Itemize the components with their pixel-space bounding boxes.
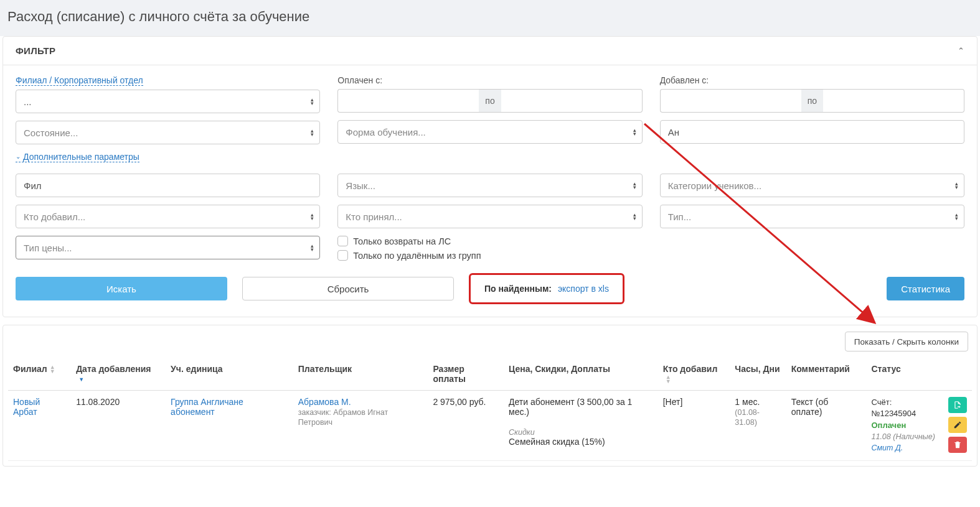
filter-panel-header: ФИЛЬТР ⌃: [3, 37, 977, 65]
discount-value: Семейная скидка (15%): [509, 437, 605, 447]
table-row: Новый Арбат 11.08.2020 Группа Англичане …: [8, 391, 972, 461]
price-main: Дети абонемент (3 500,00 за 1 мес.): [509, 397, 632, 417]
branch-label-link[interactable]: Филиал / Корпоративный отдел: [16, 75, 143, 86]
page-title: Расход (списание) с личного счёта за обу…: [7, 9, 973, 25]
language-select[interactable]: [337, 174, 642, 197]
th-status[interactable]: Статус: [866, 358, 943, 391]
cell-who-added: [Нет]: [658, 391, 730, 461]
file-export-icon: [953, 401, 962, 409]
statistics-button[interactable]: Статистика: [887, 277, 964, 300]
state-select[interactable]: [16, 121, 320, 144]
categories-select[interactable]: [660, 174, 964, 197]
th-who-added[interactable]: Кто добавил▲▼: [658, 358, 730, 391]
unit-link[interactable]: Группа Англичане абонемент: [171, 397, 243, 417]
export-row-button[interactable]: [948, 397, 967, 413]
reset-button[interactable]: Сбросить: [242, 277, 454, 300]
added-date-range: по: [660, 89, 964, 113]
th-comment[interactable]: Комментарий: [786, 358, 867, 391]
fil-input[interactable]: [16, 174, 320, 197]
th-hours[interactable]: Часы, Дни: [730, 358, 786, 391]
paid-from-label: Оплачен с:: [337, 75, 642, 85]
edu-form-select[interactable]: [337, 120, 642, 144]
branch-select[interactable]: [16, 90, 320, 113]
hours-main: 1 мес.: [735, 397, 760, 407]
delete-row-button[interactable]: [948, 437, 967, 453]
paid-from-input[interactable]: [337, 89, 479, 113]
payer-link[interactable]: Абрамова М.: [298, 397, 351, 407]
returns-checkbox-row[interactable]: Только возвраты на ЛС: [337, 236, 642, 246]
hours-sub: (01.08-31.08): [735, 408, 760, 427]
filter-heading: ФИЛЬТР: [16, 45, 55, 56]
who-added-select[interactable]: [16, 205, 320, 228]
results-table: Филиал▲▼ Дата добавления ▼ Уч. единица П…: [8, 358, 972, 461]
th-unit[interactable]: Уч. единица: [166, 358, 293, 391]
th-date-added[interactable]: Дата добавления ▼: [71, 358, 166, 391]
th-branch[interactable]: Филиал▲▼: [8, 358, 71, 391]
deleted-checkbox-row[interactable]: Только по удалённым из групп: [337, 250, 642, 261]
results-panel: Показать / Скрыть колонки Филиал▲▼ Дата …: [2, 325, 978, 467]
cell-amount: 2 975,00 руб.: [428, 391, 504, 461]
cell-comment: Текст (об оплате): [786, 391, 867, 461]
extra-params-toggle[interactable]: Дополнительные параметры: [16, 152, 139, 162]
date-separator: по: [479, 89, 501, 113]
export-label: По найденным:: [484, 284, 552, 294]
discount-label: Скидки: [509, 428, 535, 437]
export-highlight-box: По найденным: экспорт в xls: [469, 273, 624, 304]
status-person-link[interactable]: Смит Д.: [871, 444, 903, 452]
paid-to-input[interactable]: [501, 89, 643, 113]
who-accepted-select[interactable]: [337, 205, 642, 228]
search-an-input[interactable]: [660, 120, 964, 144]
added-from-label: Добавлен с:: [660, 75, 964, 85]
returns-checkbox[interactable]: [337, 236, 348, 246]
type-select[interactable]: [660, 205, 964, 228]
th-payer[interactable]: Плательщик: [293, 358, 428, 391]
edit-row-button[interactable]: [948, 417, 967, 433]
added-from-input[interactable]: [660, 89, 801, 113]
th-price[interactable]: Цена, Скидки, Доплаты: [504, 358, 658, 391]
added-to-input[interactable]: [823, 89, 964, 113]
filter-panel: ФИЛЬТР ⌃ Филиал / Корпоративный отдел До…: [2, 36, 978, 317]
status-paid: Оплачен: [871, 421, 906, 430]
collapse-icon[interactable]: ⌃: [958, 46, 964, 55]
page-header: Расход (списание) с личного счёта за обу…: [0, 0, 980, 36]
th-amount[interactable]: Размер оплаты: [428, 358, 504, 391]
trash-icon: [953, 440, 962, 449]
search-button[interactable]: Искать: [16, 277, 227, 300]
date-separator: по: [801, 89, 823, 113]
branch-link[interactable]: Новый Арбат: [13, 397, 40, 417]
export-xls-link[interactable]: экспорт в xls: [558, 284, 609, 294]
deleted-checkbox[interactable]: [337, 250, 348, 261]
cell-date: 11.08.2020: [71, 391, 166, 461]
pencil-icon: [953, 421, 962, 429]
price-type-select[interactable]: [16, 236, 320, 259]
paid-date-range: по: [337, 89, 642, 113]
toggle-columns-button[interactable]: Показать / Скрыть колонки: [845, 332, 968, 351]
payer-sub: заказчик: Абрамов Игнат Петрович: [298, 408, 388, 427]
status-date: 11.08 (Наличные): [871, 432, 935, 441]
status-account: Счёт: №12345904: [871, 398, 916, 418]
